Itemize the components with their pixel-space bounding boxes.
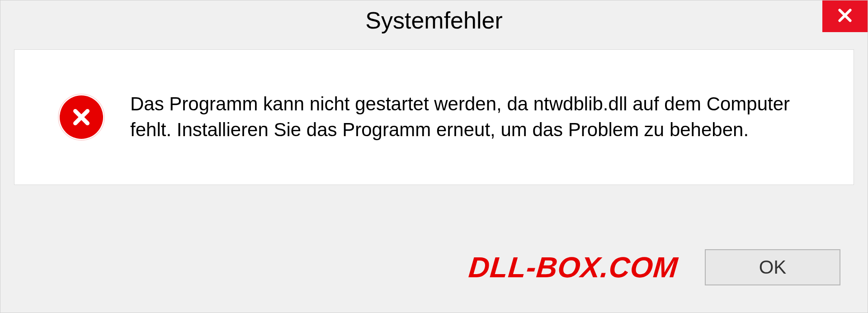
- close-icon: [836, 6, 854, 26]
- error-message: Das Programm kann nicht gestartet werden…: [130, 91, 813, 142]
- watermark-text: DLL-BOX.COM: [467, 251, 679, 284]
- titlebar: Systemfehler: [0, 0, 868, 40]
- close-button[interactable]: [822, 0, 868, 32]
- error-icon: [60, 95, 103, 139]
- dialog-title: Systemfehler: [365, 7, 502, 34]
- dialog-footer: DLL-BOX.COM OK: [0, 236, 868, 313]
- ok-button[interactable]: OK: [705, 249, 840, 285]
- message-panel: Das Programm kann nicht gestartet werden…: [14, 49, 854, 185]
- error-dialog: Systemfehler Das Programm kann nicht ges…: [0, 0, 868, 313]
